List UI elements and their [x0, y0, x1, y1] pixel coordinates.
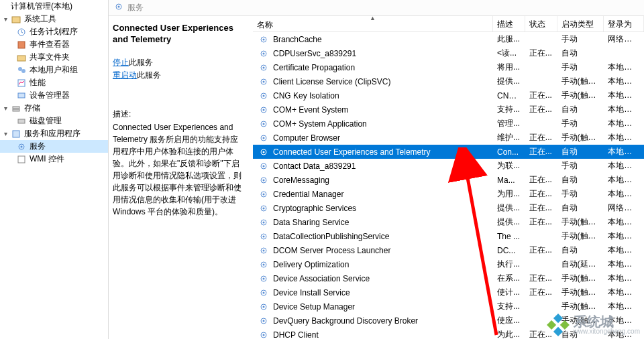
- stop-link[interactable]: 停止: [113, 58, 129, 67]
- service-desc-cell: 提供...: [493, 76, 525, 87]
- service-row[interactable]: Connected User Experiences and Telemetry…: [253, 145, 644, 159]
- svg-point-50: [263, 263, 265, 265]
- gear-icon: [258, 330, 269, 340]
- service-start-cell: 手动: [557, 62, 604, 73]
- tree-label: 设备管理器: [30, 90, 70, 101]
- tree-item-task-scheduler[interactable]: 任务计划程序: [0, 25, 108, 38]
- svg-rect-3: [17, 56, 25, 61]
- column-logon[interactable]: 登录为: [604, 16, 644, 31]
- service-start-cell: 手动(触发...: [557, 287, 604, 298]
- service-row[interactable]: Client License Service (ClipSVC)提供...手动(…: [253, 74, 644, 88]
- service-row[interactable]: Delivery Optimization执行...自动(延迟...本地系统: [253, 257, 644, 271]
- service-start-cell: 自动: [557, 202, 604, 214]
- service-row[interactable]: CNG Key IsolationCNG...正在...手动(触发...本地系统: [253, 88, 644, 103]
- tree-label: 共享文件夹: [30, 52, 70, 63]
- tree-label: 服务和应用程序: [24, 128, 80, 139]
- service-start-cell: 手动: [557, 188, 604, 200]
- chevron-down-icon: ▾: [4, 15, 11, 23]
- service-name-cell: Data Sharing Service: [253, 217, 493, 228]
- tree-label: 磁盘管理: [30, 115, 62, 127]
- column-status[interactable]: 状态: [525, 16, 557, 31]
- service-row[interactable]: DCOM Server Process LauncherDC...正在...自动…: [253, 243, 644, 257]
- service-desc-cell: Ma...: [493, 176, 525, 185]
- gear-icon: [258, 161, 269, 172]
- gear-icon: [258, 259, 269, 270]
- tree-item-services[interactable]: 服务: [0, 140, 108, 153]
- service-row[interactable]: COM+ Event System支持...正在...自动本地服务: [253, 103, 644, 117]
- tree-item-disk-management[interactable]: 磁盘管理: [0, 115, 108, 127]
- service-desc-cell: 提供...: [493, 202, 525, 214]
- services-list[interactable]: 名称 ▲ 描述 状态 启动类型 登录为 BranchCache此服...手动网络…: [253, 16, 644, 339]
- service-row[interactable]: Data Sharing Service提供...正在...手动(触发...本地…: [253, 215, 644, 229]
- list-body[interactable]: BranchCache此服...手动网络服务CDPUserSvc_a839291…: [253, 32, 644, 339]
- svg-rect-7: [18, 93, 25, 98]
- column-description[interactable]: 描述: [493, 16, 525, 31]
- svg-rect-14: [18, 156, 25, 163]
- service-desc-cell: 使计...: [493, 287, 525, 298]
- service-row[interactable]: Contact Data_a839291为联...手动本地系统: [253, 159, 644, 173]
- service-desc-cell: 为此...: [493, 329, 525, 339]
- service-row[interactable]: CDPUserSvc_a839291<读...正在...自动: [253, 46, 644, 60]
- service-name-cell: Device Setup Manager: [253, 301, 493, 312]
- service-name-cell: Cryptographic Services: [253, 203, 493, 214]
- service-status-cell: 正在...: [525, 216, 557, 228]
- list-header[interactable]: 名称 ▲ 描述 状态 启动类型 登录为: [253, 16, 644, 32]
- gear-icon: [258, 90, 269, 101]
- tree-item-local-users[interactable]: 本地用户和组: [0, 64, 108, 76]
- tree-item-wmi[interactable]: WMI 控件: [0, 153, 108, 165]
- svg-point-36: [263, 165, 265, 167]
- service-row[interactable]: Device Install Service使计...正在...手动(触发...…: [253, 285, 644, 299]
- scheduler-icon: [16, 27, 27, 38]
- column-startup-label: 启动类型: [561, 19, 594, 29]
- service-row[interactable]: CoreMessagingMa...正在...自动本地服务: [253, 173, 644, 187]
- svg-point-4: [18, 67, 22, 71]
- service-row[interactable]: Computer Browser维护...正在...手动(触发...本地系统: [253, 131, 644, 145]
- gear-icon: [258, 175, 269, 186]
- service-logon-cell: 本地系统: [604, 188, 644, 200]
- service-row[interactable]: Credential Manager为用...正在...手动本地系统: [253, 187, 644, 201]
- gear-icon: [258, 245, 269, 256]
- service-desc-cell: 为联...: [493, 160, 525, 172]
- storage-icon: [11, 103, 21, 114]
- gear-icon: [258, 203, 269, 214]
- tree-group-system-tools[interactable]: ▾ 系统工具: [0, 13, 108, 25]
- service-name: Device Install Service: [273, 288, 350, 297]
- service-start-cell: 手动(触发...: [557, 76, 604, 87]
- service-status-cell: 正在...: [525, 90, 557, 101]
- service-row[interactable]: Device Setup Manager支持...手动(触发...本地系统: [253, 299, 644, 314]
- tree-label: 任务计划程序: [30, 26, 78, 38]
- gear-icon: [258, 119, 269, 129]
- navigation-tree[interactable]: 计算机管理(本地) ▾ 系统工具 任务计划程序 事件查看器 共享文件夹: [0, 0, 109, 339]
- service-logon-cell: 网络服务: [604, 202, 644, 214]
- column-name[interactable]: 名称 ▲: [253, 16, 493, 31]
- tree-root[interactable]: 计算机管理(本地): [0, 0, 108, 13]
- gear-icon: [258, 316, 269, 326]
- sort-asc-icon: ▲: [370, 16, 376, 21]
- tree-item-device-manager[interactable]: 设备管理器: [0, 89, 108, 102]
- service-status-cell: 正在...: [525, 273, 557, 284]
- tree-item-event-viewer[interactable]: 事件查看器: [0, 38, 108, 51]
- service-desc-cell: 支持...: [493, 301, 525, 312]
- service-row[interactable]: Device Association Service在系...正在...手动(触…: [253, 271, 644, 285]
- service-row[interactable]: DataCollectionPublishingServiceThe ...手动…: [253, 229, 644, 243]
- service-row[interactable]: COM+ System Application管理...手动本地系统: [253, 117, 644, 131]
- service-name: Device Setup Manager: [273, 302, 355, 312]
- service-desc-cell: DC...: [493, 246, 525, 255]
- logo-icon: [547, 314, 570, 336]
- gear-icon: [258, 48, 269, 59]
- tree-item-shared-folders[interactable]: 共享文件夹: [0, 51, 108, 64]
- svg-rect-10: [18, 119, 25, 123]
- tree-label: 事件查看器: [30, 39, 70, 50]
- column-startup[interactable]: 启动类型: [557, 16, 604, 31]
- service-start-cell: 手动(触发...: [557, 132, 604, 143]
- tree-item-performance[interactable]: 性能: [0, 76, 108, 89]
- restart-link[interactable]: 重启动: [113, 70, 137, 80]
- tree-group-storage[interactable]: ▾ 存储: [0, 102, 108, 115]
- svg-rect-8: [13, 107, 19, 109]
- service-row[interactable]: Cryptographic Services提供...正在...自动网络服务: [253, 201, 644, 215]
- tree-group-services-apps[interactable]: ▾ 服务和应用程序: [0, 127, 108, 140]
- service-row[interactable]: Certificate Propagation将用...手动本地系统: [253, 60, 644, 74]
- service-row[interactable]: BranchCache此服...手动网络服务: [253, 32, 644, 46]
- tools-icon: [11, 14, 21, 25]
- gear-icon: [258, 62, 269, 73]
